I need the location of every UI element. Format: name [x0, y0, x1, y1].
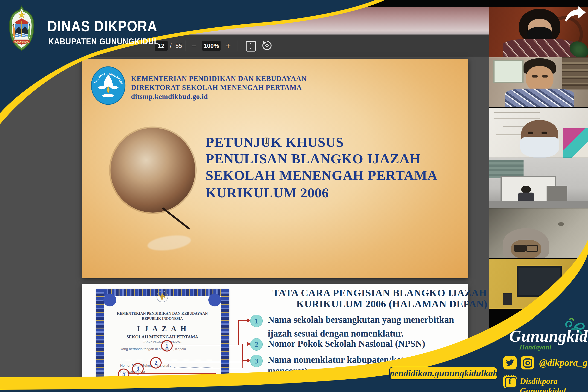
twitter-icon[interactable]	[503, 356, 517, 370]
instagram-icon[interactable]	[521, 356, 534, 370]
brand-tagline: Handayani	[519, 343, 551, 351]
facebook-label: Disdikpora Gunungkidul	[520, 376, 588, 392]
social-handle: @dikpora_gk	[539, 357, 588, 368]
bottom-swoosh	[0, 0, 588, 392]
brand-wordmark: Gunungkidul	[509, 327, 588, 346]
livestream-frame: 12 / 55 − 100% + TUT WURI HANDA	[0, 0, 588, 392]
website-pill[interactable]: pendidikan.gunungkidulkab.go.id	[389, 367, 498, 380]
